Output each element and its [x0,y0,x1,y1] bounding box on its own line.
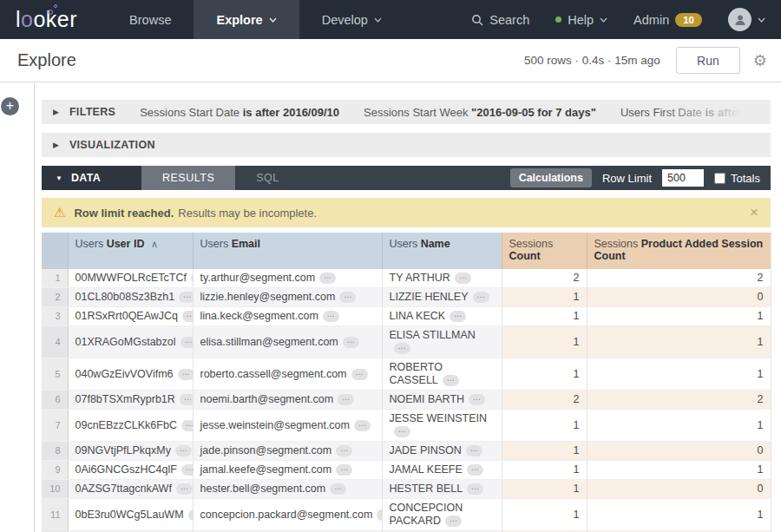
cell-menu-icon[interactable]: ⋯ [336,464,352,476]
cell-menu-icon[interactable]: ⋯ [180,394,193,405]
add-field-button[interactable]: + [1,97,19,115]
cell-email[interactable]: lina.keck@segment.com⋯ [193,307,382,326]
cell-name[interactable]: JADE PINSON⋯ [382,442,502,461]
table-row[interactable]: 6 07f8bTSXmRyprb1R⋯ noemi.barth@segment.… [42,391,771,410]
cell-menu-icon[interactable]: ⋯ [469,394,485,405]
cell-menu-icon[interactable]: ⋯ [188,509,193,521]
cell-name[interactable]: NOEMI BARTH⋯ [382,391,502,410]
cell-name[interactable]: JAMAL KEEFE⋯ [382,461,502,480]
cell-menu-icon[interactable]: ⋯ [351,369,368,380]
gear-icon[interactable]: ⚙ [753,51,767,70]
cell-product-added-count[interactable]: 1 [587,307,771,326]
cell-menu-icon[interactable]: ⋯ [394,343,410,354]
cell-user-id[interactable]: 00MWWFOLRcETcTCf⋯ [68,269,193,288]
filters-bar[interactable]: ▶ FILTERS Sessions Start Date is after 2… [42,100,771,124]
cell-menu-icon[interactable]: ⋯ [339,292,356,303]
cell-sessions-count[interactable]: 2 [502,269,587,288]
cell-menu-icon[interactable]: ⋯ [343,337,359,348]
cell-name[interactable]: LINA KECK⋯ [382,307,502,326]
column-header-name[interactable]: Users Name [382,233,502,269]
totals-checkbox[interactable] [714,173,725,184]
cell-menu-icon[interactable]: ⋯ [336,445,352,456]
filter-item[interactable]: Sessions Start Date is after 2016/09/10 [140,106,339,119]
cell-menu-icon[interactable]: ⋯ [323,311,339,322]
cell-sessions-count[interactable]: 1 [502,480,587,499]
nav-search[interactable]: Search [471,13,529,27]
cell-sessions-count[interactable]: 2 [502,391,587,410]
table-row[interactable]: 1 00MWWFOLRcETcTCf⋯ ty.arthur@segment.co… [42,269,771,288]
totals-toggle[interactable]: Totals [714,172,760,185]
table-row[interactable]: 10 0AZSG7ttagcnkAWf⋯ hester.bell@segment… [42,480,771,499]
cell-email[interactable]: jamal.keefe@segment.com⋯ [193,461,382,480]
cell-menu-icon[interactable]: ⋯ [445,516,462,527]
nav-help[interactable]: Help [555,13,607,27]
visualization-bar[interactable]: ▶ VISUALIZATION [42,133,771,157]
cell-menu-icon[interactable]: ⋯ [394,426,410,437]
cell-menu-icon[interactable]: ⋯ [179,292,193,303]
cell-user-id[interactable]: 01XRAGoMGstabzol⋯ [68,326,193,358]
cell-user-id[interactable]: 09NGVtjPfLPkqxMy⋯ [68,442,193,461]
cell-product-added-count[interactable]: 0 [587,288,771,307]
cell-menu-icon[interactable]: ⋯ [175,445,192,456]
cell-product-added-count[interactable]: 2 [587,269,771,288]
nav-item-explore[interactable]: Explore [194,0,299,39]
cell-email[interactable]: hester.bell@segment.com⋯ [193,480,382,499]
cell-product-added-count[interactable]: 2 [587,391,771,410]
cell-sessions-count[interactable]: 1 [502,326,587,358]
looker-logo[interactable]: looker [0,0,107,39]
cell-name[interactable]: CONCEPCION PACKARD⋯ [382,499,502,531]
cell-menu-icon[interactable]: ⋯ [178,369,193,380]
cell-email[interactable]: jade.pinson@segment.com⋯ [193,442,382,461]
expander-right-icon[interactable]: ▶ [53,141,59,149]
cell-name[interactable]: TY ARTHUR⋯ [382,269,502,288]
cell-user-id[interactable]: 0Ai6GNCGszHC4qlF⋯ [68,461,193,480]
cell-email[interactable]: ty.arthur@segment.com⋯ [193,269,382,288]
cell-product-added-count[interactable]: 1 [587,410,771,442]
cell-email[interactable]: elisa.stillman@segment.com⋯ [193,326,382,358]
cell-user-id[interactable]: 09cnEBzzCLKk6FbC⋯ [68,410,193,442]
cell-menu-icon[interactable]: ⋯ [181,464,193,476]
filter-item[interactable]: Sessions Start Week "2016-09-05 for 7 da… [364,106,596,119]
cell-menu-icon[interactable]: ⋯ [467,464,483,476]
cell-menu-icon[interactable]: ⋯ [338,394,354,405]
cell-email[interactable]: roberto.cassell@segment.com⋯ [193,358,382,391]
nav-user-menu[interactable] [728,8,765,31]
table-row[interactable]: 4 01XRAGoMGstabzol⋯ elisa.stillman@segme… [42,326,771,358]
column-header-email[interactable]: Users Email [193,233,382,269]
cell-menu-icon[interactable]: ⋯ [319,273,336,284]
cell-sessions-count[interactable]: 1 [502,288,587,307]
cell-product-added-count[interactable]: 0 [587,442,771,461]
tab-results[interactable]: RESULTS [141,166,235,190]
cell-email[interactable]: lizzie.henley@segment.com⋯ [193,288,382,307]
tab-sql[interactable]: SQL [235,166,300,190]
cell-menu-icon[interactable]: ⋯ [182,311,193,322]
cell-sessions-count[interactable]: 1 [502,442,587,461]
cell-name[interactable]: HESTER BELL⋯ [382,480,502,499]
cell-email[interactable]: noemi.barth@segment.com⋯ [193,391,382,410]
cell-sessions-count[interactable]: 1 [502,307,587,326]
cell-user-id[interactable]: 040wGzEivVOVifm6⋯ [68,358,193,391]
cell-name[interactable]: ROBERTO CASSELL⋯ [382,358,502,391]
cell-menu-icon[interactable]: ⋯ [473,292,489,303]
cell-product-added-count[interactable]: 1 [587,358,771,391]
cell-sessions-count[interactable]: 1 [502,461,587,480]
nav-admin[interactable]: Admin 10 [633,13,702,27]
cell-menu-icon[interactable]: ⋯ [354,420,371,431]
cell-name[interactable]: LIZZIE HENLEY⋯ [382,288,502,307]
cell-email[interactable]: jesse.weinstein@segment.com⋯ [193,410,382,442]
table-row[interactable]: 9 0Ai6GNCGszHC4qlF⋯ jamal.keefe@segment.… [42,461,771,480]
cell-user-id[interactable]: 0bE3ru0WCg5LauWM⋯ [68,499,193,531]
run-button[interactable]: Run [676,47,740,74]
cell-sessions-count[interactable]: 1 [502,499,587,531]
table-row[interactable]: 2 01CL80b08Sz3Bzh1⋯ lizzie.henley@segmen… [42,288,771,307]
table-row[interactable]: 8 09NGVtjPfLPkqxMy⋯ jade.pinson@segment.… [42,442,771,461]
table-row[interactable]: 11 0bE3ru0WCg5LauWM⋯ concepcion.packard@… [42,499,771,531]
column-header-user-id[interactable]: Users User ID ∧ [68,233,193,269]
cell-product-added-count[interactable]: 1 [587,499,771,531]
cell-menu-icon[interactable]: ⋯ [176,483,193,495]
column-header-product-added[interactable]: Sessions Product Added Session Count [587,233,771,269]
cell-menu-icon[interactable]: ⋯ [330,483,346,495]
cell-name[interactable]: JESSE WEINSTEIN⋯ [382,410,502,442]
cell-email[interactable]: concepcion.packard@segment.com⋯ [193,499,382,531]
expander-right-icon[interactable]: ▶ [53,108,59,116]
